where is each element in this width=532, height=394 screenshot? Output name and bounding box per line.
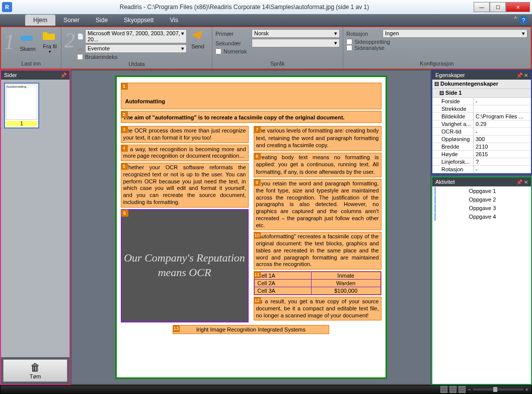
table-zone: Cell 1AInmate Cell 2AWarden Cell 3A$100,… bbox=[254, 272, 381, 295]
pin-icon[interactable]: 📌 ✕ bbox=[516, 179, 528, 185]
zone-7[interactable]: 7The various levels of formatting are: c… bbox=[254, 126, 382, 151]
document-canvas[interactable]: 1Autoformatting 2The aim of "autoformatt… bbox=[70, 70, 431, 385]
zone-9[interactable]: 9If you retain the word and paragraph fo… bbox=[254, 179, 382, 230]
zone-4[interactable]: 4In a way, text recognition is becoming … bbox=[121, 145, 249, 162]
prop-hoyde[interactable]: Høyde2615 bbox=[432, 151, 531, 158]
userindex-checkbox[interactable]: Brukerindeks bbox=[77, 54, 187, 60]
main-area: Sider📌 Autoformatting… 1 🗑 Tøm 1Autoform… bbox=[0, 70, 532, 385]
rotation-combo[interactable]: Ingen▾ bbox=[383, 29, 527, 38]
close-button[interactable]: ✕ bbox=[506, 2, 530, 12]
fit-width-icon[interactable] bbox=[440, 386, 447, 393]
secondary-lang-label: Sekundær bbox=[215, 40, 252, 46]
scanner-icon bbox=[20, 32, 36, 46]
minimize-button[interactable]: — bbox=[474, 2, 490, 12]
activity-item-1[interactable]: Oppgave 1 bbox=[434, 187, 529, 195]
group-label-lastinn: Last inn bbox=[4, 59, 58, 68]
secondary-lang-combo[interactable]: ▾ bbox=[252, 39, 340, 47]
tab-hjem[interactable]: Hjem bbox=[25, 15, 55, 26]
folder-icon bbox=[42, 29, 58, 43]
window-title: Readiris - C:\Program Files (x86)\Readir… bbox=[15, 4, 474, 11]
prop-forside[interactable]: Forside- bbox=[432, 98, 531, 105]
output-destination-combo[interactable]: Evernote▾ bbox=[85, 44, 187, 53]
collapse-ribbon-icon[interactable]: ^ bbox=[514, 16, 517, 25]
page-thumbnail-1[interactable]: Autoformatting… 1 bbox=[4, 83, 39, 128]
zone-3[interactable]: 3The OCR process does more than just rec… bbox=[121, 126, 249, 143]
rotation-label: Rotasjon bbox=[346, 31, 383, 37]
thumbnail-number: 1 bbox=[6, 121, 37, 126]
statusbar: − + bbox=[0, 385, 532, 394]
deskew-checkbox[interactable]: Sideoppretting bbox=[346, 39, 527, 45]
zoom-100-icon[interactable] bbox=[459, 386, 466, 393]
analysis-checkbox[interactable]: Sideanalyse bbox=[346, 45, 527, 51]
props-root[interactable]: ⊟ Dokumentegenskaper bbox=[432, 80, 531, 89]
activity-title: Aktivitet bbox=[435, 179, 455, 185]
zone-1[interactable]: 1Autoformatting bbox=[121, 83, 382, 109]
right-panels: Egenskaper📌 ✕ ⊟ Dokumentegenskaper ⊟ Sid… bbox=[431, 70, 532, 385]
zone-6[interactable]: 6Our Company's Reputation means OCR bbox=[121, 209, 249, 322]
cloud-icon: ☁ bbox=[77, 45, 85, 52]
app-icon: R bbox=[2, 2, 12, 12]
activity-panel: Aktivitet📌 ✕ Oppgave 1 Oppgave 2 Oppgave… bbox=[431, 176, 532, 385]
scan-button[interactable]: Skann bbox=[17, 31, 39, 53]
prop-opplosning[interactable]: Oppløsning300 bbox=[432, 136, 531, 143]
activity-item-3[interactable]: Oppgave 3 bbox=[434, 204, 529, 212]
from-file-button[interactable]: Fra fil ▾ bbox=[39, 28, 61, 55]
zone-2[interactable]: 2The aim of "autoformatting" is to recre… bbox=[121, 111, 382, 123]
trash-icon: 🗑 bbox=[6, 362, 65, 373]
zone-10[interactable]: 10"Autoformatting" recreates a facsimile… bbox=[254, 232, 382, 270]
tab-skyoppsett[interactable]: Skyoppsett bbox=[116, 15, 162, 26]
zoom-out-icon[interactable]: − bbox=[468, 386, 471, 392]
properties-title: Egenskaper bbox=[435, 72, 465, 78]
help-icon[interactable]: ? bbox=[519, 16, 528, 25]
prop-bildekilde[interactable]: BildekildeC:\Program Files ... bbox=[432, 113, 531, 120]
prop-rotasjon[interactable]: Rotasjon- bbox=[432, 166, 531, 173]
properties-panel: Egenskaper📌 ✕ ⊟ Dokumentegenskaper ⊟ Sid… bbox=[431, 70, 532, 174]
group-label-sprak: Språk bbox=[215, 59, 340, 68]
zoom-slider[interactable] bbox=[473, 388, 523, 390]
zoom-in-icon[interactable]: + bbox=[525, 386, 528, 392]
group-label-konfig: Konfigurasjon bbox=[346, 59, 527, 68]
pin-icon[interactable]: 📌 ✕ bbox=[516, 73, 528, 78]
zone-12[interactable]: 12As a result, you get a true copy of yo… bbox=[254, 297, 382, 320]
props-page[interactable]: ⊟ Side 1 bbox=[432, 89, 531, 98]
numeric-checkbox[interactable]: Numerisk bbox=[215, 48, 340, 54]
primary-lang-label: Primær bbox=[215, 31, 252, 37]
tab-vis[interactable]: Vis bbox=[162, 15, 186, 26]
prop-linjeforsk[interactable]: Linjeforsk...? bbox=[432, 158, 531, 166]
pages-panel: Sider📌 Autoformatting… 1 🗑 Tøm bbox=[0, 70, 70, 385]
paper-plane-icon bbox=[190, 29, 206, 43]
empty-button[interactable]: 🗑 Tøm bbox=[3, 359, 67, 382]
primary-lang-combo[interactable]: Norsk▾ bbox=[252, 29, 340, 38]
tab-soner[interactable]: Soner bbox=[55, 15, 88, 26]
word-icon: 📄 bbox=[77, 33, 85, 40]
fit-page-icon[interactable] bbox=[449, 386, 457, 393]
activity-item-4[interactable]: Oppgave 4 bbox=[434, 213, 529, 221]
pages-panel-title: Sider bbox=[4, 72, 17, 78]
prop-varighet[interactable]: Varighet a...0.29 bbox=[432, 120, 531, 128]
group-label-utdata: Utdata bbox=[64, 60, 209, 68]
prop-ocrtid[interactable]: OCR-tid- bbox=[432, 128, 531, 136]
zone-11[interactable]: 11 Cell 1AInmate Cell 2AWarden Cell 3A$1… bbox=[254, 271, 382, 295]
svg-rect-0 bbox=[21, 36, 33, 41]
prop-strekkode[interactable]: Strekkode bbox=[432, 105, 531, 113]
pin-icon[interactable]: 📌 bbox=[60, 73, 66, 78]
thumbnail-image: Autoformatting… bbox=[6, 85, 37, 120]
titlebar: R Readiris - C:\Program Files (x86)\Read… bbox=[0, 0, 532, 14]
tab-side[interactable]: Side bbox=[88, 15, 116, 26]
zone-5[interactable]: 5Whether your OCR software reformats the… bbox=[121, 163, 249, 208]
ribbon: 1 Skann Fra fil ▾ Last inn 2 📄 Microsoft… bbox=[0, 26, 532, 70]
send-button[interactable]: Send bbox=[187, 28, 209, 60]
maximize-button[interactable]: ☐ bbox=[490, 2, 506, 12]
step-1-icon: 1 bbox=[4, 30, 15, 54]
step-2-icon: 2 bbox=[64, 28, 75, 60]
ribbon-tabs: Hjem Soner Side Skyoppsett Vis ^ ? bbox=[0, 14, 532, 26]
zone-8[interactable]: 8Creating body text means no formatting … bbox=[254, 153, 382, 178]
output-format-combo[interactable]: Microsoft Word 97, 2000, 2003, 2007, 20.… bbox=[85, 29, 187, 43]
prop-bredde[interactable]: Bredde2110 bbox=[432, 143, 531, 151]
page-view: 1Autoformatting 2The aim of "autoformatt… bbox=[115, 76, 387, 379]
activity-item-2[interactable]: Oppgave 2 bbox=[434, 195, 529, 204]
zone-13[interactable]: 13Iright Image Recognition Integrated Sy… bbox=[173, 325, 329, 334]
